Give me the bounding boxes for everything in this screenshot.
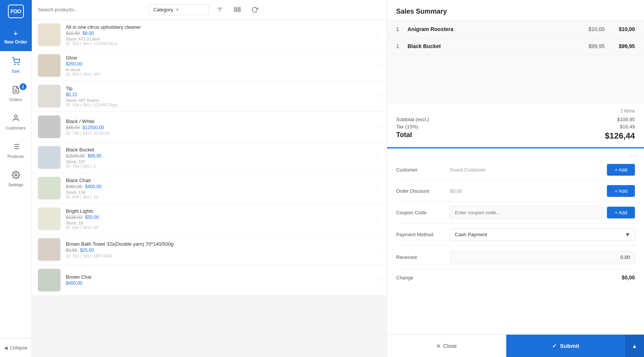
- payment-method-dropdown[interactable]: Cash Payment ▼: [450, 228, 635, 241]
- sales-summary-title: Sales Summary: [387, 0, 644, 20]
- submit-label: Submit: [560, 343, 579, 349]
- product-name: Glow: [66, 55, 370, 61]
- sidebar-item-customers-label: Customers: [6, 126, 26, 130]
- product-list: All in one citrus upholstery cleaner $10…: [32, 20, 387, 357]
- category-label: Category: [153, 7, 173, 12]
- favorite-icon[interactable]: ♡: [375, 185, 381, 192]
- tax-label: Tax (15%): [396, 124, 418, 129]
- category-dropdown[interactable]: Category ▼: [148, 4, 209, 15]
- product-name: Bright Lights: [66, 208, 370, 214]
- filter-icon[interactable]: [213, 3, 226, 16]
- product-info: Tip $0,22 Stock: 497 Grams ID: 934 | SKU…: [66, 86, 370, 107]
- payment-row: Payment Method Cash Payment ▼: [396, 224, 635, 246]
- bottom-bar: ✕ Close ✓ Submit ▲: [387, 334, 644, 357]
- product-id-sku: ID: 788 | SKU: 0220120: [66, 131, 370, 136]
- sale-price: $400,00: [85, 184, 101, 189]
- close-button[interactable]: ✕ Close: [387, 335, 506, 357]
- add-customer-button[interactable]: + Add: [607, 164, 635, 176]
- list-item[interactable]: Glow $350,00 In stock ID: 854 | SKU: 047…: [32, 50, 387, 81]
- original-price: $138,00: [66, 215, 82, 220]
- add-discount-button[interactable]: + Add: [607, 185, 635, 197]
- order-total-price: $99,95: [605, 43, 635, 49]
- favorite-icon[interactable]: ♡: [375, 62, 381, 69]
- tax-value: $16,49: [620, 124, 635, 129]
- payment-chevron-icon: ▼: [625, 232, 630, 237]
- sale-price: $12500,00: [82, 125, 104, 130]
- close-label: Close: [443, 343, 457, 349]
- coupon-input[interactable]: [450, 206, 602, 219]
- favorite-icon[interactable]: ♡: [375, 93, 381, 100]
- collapse-button[interactable]: ◀ Collapse: [0, 338, 32, 357]
- product-name: Black Chair: [66, 178, 370, 183]
- product-stock: Stock: 18: [66, 221, 370, 225]
- list-item[interactable]: All in one citrus upholstery cleaner $10…: [32, 20, 387, 50]
- submit-button[interactable]: ✓ Submit: [506, 335, 625, 357]
- barcode-icon[interactable]: [231, 3, 244, 16]
- list-item[interactable]: Black Chair $460,00 $400,00 Stock: 134 I…: [32, 173, 387, 204]
- original-price: $2500,00: [66, 153, 85, 159]
- favorite-icon[interactable]: ♡: [375, 277, 381, 284]
- order-qty: 1: [396, 43, 408, 49]
- svg-point-0: [14, 64, 15, 65]
- order-item-name: Black Bucket: [408, 43, 574, 49]
- favorite-icon[interactable]: ♡: [375, 31, 381, 39]
- list-item[interactable]: Tip $0,22 Stock: 497 Grams ID: 934 | SKU…: [32, 81, 387, 112]
- sidebar-item-customers[interactable]: Customers: [0, 108, 32, 136]
- list-item[interactable]: Brown Bath Towel 32s(Double yarn) 70*140…: [32, 234, 387, 265]
- product-info: Brown Bath Towel 32s(Double yarn) 70*140…: [66, 241, 370, 258]
- product-thumbnail: [38, 269, 61, 292]
- sale-price: $25,00: [80, 248, 94, 253]
- product-info: Black Bucket $2500,00 $99,95 Stock: 107 …: [66, 147, 370, 168]
- product-stock: In stock: [66, 67, 370, 72]
- original-price: $460,00: [66, 184, 82, 189]
- product-stock: Stock: 134: [66, 190, 370, 195]
- panel-options-dots[interactable]: ···: [387, 148, 644, 159]
- product-name: Black Bucket: [66, 147, 370, 153]
- sidebar-item-sale[interactable]: Sale: [0, 51, 32, 80]
- product-price: $0,50 $25,00: [66, 248, 370, 253]
- favorite-icon[interactable]: ♡: [375, 154, 381, 161]
- sidebar-item-products[interactable]: Products: [0, 136, 32, 165]
- product-id-sku: ID: 925 | SKU: 12345678LU: [66, 41, 370, 46]
- discount-label: Order Discount: [396, 188, 445, 194]
- product-price: $350,00: [66, 61, 370, 67]
- received-input[interactable]: [450, 251, 635, 263]
- sidebar-item-settings[interactable]: Settings: [0, 165, 32, 193]
- list-item[interactable]: Black Bucket $2500,00 $99,95 Stock: 107 …: [32, 142, 387, 173]
- new-order-label: New Order: [4, 39, 27, 45]
- total-row: Total $126,44: [396, 131, 635, 141]
- order-item-row[interactable]: 1 Black Bucket $99,95 $99,95: [387, 38, 644, 55]
- product-thumbnail: [38, 54, 61, 77]
- collapse-label: Collapse: [10, 345, 28, 351]
- list-item[interactable]: Brown Chai $400,00 ♡: [32, 265, 387, 296]
- customer-row: Customer Guest Customer + Add: [396, 159, 635, 181]
- coupon-label: Coupon Code: [396, 210, 445, 215]
- order-qty: 1: [396, 26, 408, 32]
- product-name: All in one citrus upholstery cleaner: [66, 24, 370, 30]
- add-coupon-button[interactable]: + Add: [607, 207, 635, 218]
- favorite-icon[interactable]: ♡: [375, 246, 381, 253]
- product-id-sku: ID: 893 | SKU: 80: [66, 225, 370, 230]
- list-item[interactable]: Black / White $45,00 $12500,00 ID: 788 |…: [32, 112, 387, 142]
- product-info: Black / White $45,00 $12500,00 ID: 788 |…: [66, 118, 370, 136]
- product-id-sku: ID: 934 | SKU: 12345678gry: [66, 103, 370, 107]
- sale-price: $99,95: [87, 153, 101, 159]
- sidebar-item-orders[interactable]: 2 Orders: [0, 80, 32, 108]
- refresh-icon[interactable]: [248, 3, 261, 16]
- new-order-button[interactable]: + New Order: [0, 23, 32, 51]
- favorite-icon[interactable]: ♡: [375, 123, 381, 131]
- main-area: Category ▼ All in one citrus upholstery …: [32, 0, 387, 357]
- list-item[interactable]: Bright Lights $138,00 $50,00 Stock: 18 I…: [32, 204, 387, 234]
- sidebar-item-products-label: Products: [8, 154, 24, 159]
- sale-price: $350,00: [66, 61, 82, 67]
- logo: FOO: [8, 5, 24, 18]
- product-name: Tip: [66, 86, 370, 91]
- svg-rect-20: [240, 7, 241, 12]
- toolbar: Category ▼: [32, 0, 387, 20]
- settings-icon: [12, 171, 20, 181]
- search-input[interactable]: [38, 7, 144, 12]
- submit-expand-button[interactable]: ▲: [625, 335, 644, 357]
- order-unit-price: $10,00: [574, 26, 605, 32]
- order-item-row[interactable]: 1 Anigram Roostera $10,00 $10,00: [387, 20, 644, 38]
- favorite-icon[interactable]: ♡: [375, 215, 381, 223]
